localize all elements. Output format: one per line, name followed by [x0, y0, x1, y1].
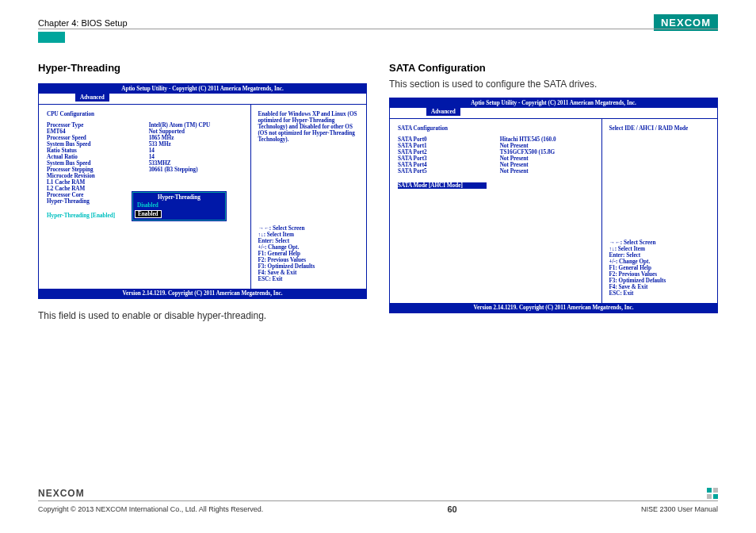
bios-section-heading: CPU Configuration [47, 111, 242, 117]
footer-brand: NEXCOM [38, 488, 85, 499]
bios-panel-left: Aptio Setup Utility - Copyright (C) 2011… [38, 83, 367, 299]
page-icon [707, 488, 718, 499]
bios-version: Version 2.14.1219. Copyright (C) 2011 Am… [390, 303, 717, 313]
footer-product: NISE 2300 User Manual [641, 505, 718, 513]
bios-help-text: Select IDE / AHCI / RAID Mode [609, 125, 711, 132]
right-section-title: SATA Configuration [389, 62, 718, 74]
left-section-title: Hyper-Threading [38, 62, 367, 74]
bios-tab-advanced[interactable]: Advanced [426, 108, 460, 116]
bios-tab-advanced[interactable]: Advanced [75, 94, 109, 102]
bios-section-heading: SATA Configuration [398, 125, 594, 132]
popup-option-enabled[interactable]: Enabled [135, 210, 162, 218]
header-rule [38, 29, 718, 29]
accent-box [38, 32, 65, 43]
right-section-desc: This section is used to configure the SA… [389, 79, 718, 90]
bios-selected-row[interactable]: SATA Mode [AHCI Mode] [398, 182, 487, 189]
left-caption: This field is used to enable or disable … [38, 310, 367, 321]
bios-sata-rows: SATA Port0Hitachi HTE545 (160.0 SATA Por… [398, 136, 594, 174]
popup-title: Hyper-Threading [134, 194, 224, 201]
footer-rule [38, 500, 718, 501]
bios-help-text: Enabled for Windows XP and Linux (OS opt… [258, 111, 360, 143]
bios-key-help: →←: Select Screen ↑↓: Select Item Enter:… [258, 225, 360, 282]
page-number: 60 [447, 504, 456, 514]
bios-version: Version 2.14.1219. Copyright (C) 2011 Am… [39, 289, 366, 298]
bios-titlebar: Aptio Setup Utility - Copyright (C) 2011… [39, 84, 366, 94]
chapter-label: Chapter 4: BIOS Setup [38, 18, 128, 28]
popup-option-disabled[interactable]: Disabled [134, 201, 224, 209]
footer-copyright: Copyright © 2013 NEXCOM International Co… [38, 505, 263, 513]
bios-key-help: →←: Select Screen ↑↓: Select Item Enter:… [609, 240, 711, 297]
hyperthreading-popup[interactable]: Hyper-Threading Disabled Enabled [132, 192, 226, 220]
bios-titlebar: Aptio Setup Utility - Copyright (C) 2011… [390, 98, 717, 108]
bios-panel-right: Aptio Setup Utility - Copyright (C) 2011… [389, 98, 718, 313]
